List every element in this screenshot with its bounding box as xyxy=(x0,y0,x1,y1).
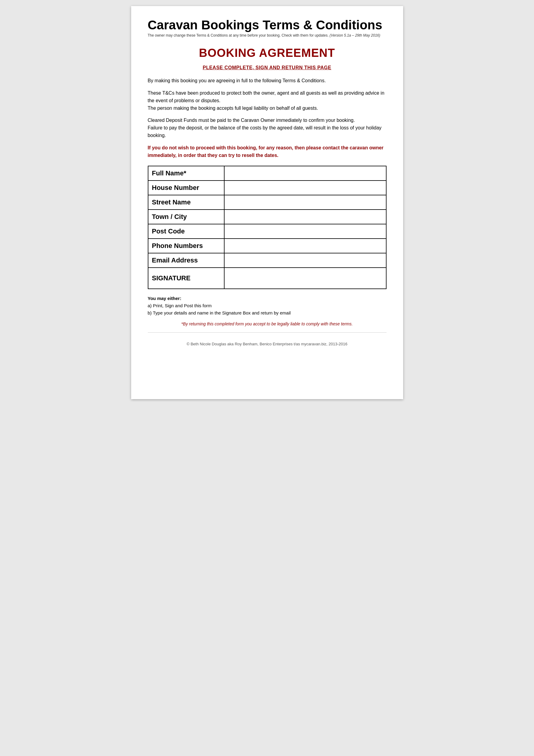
email-address-label: Email Address xyxy=(148,253,224,268)
table-row: Phone Numbers xyxy=(148,239,386,253)
paragraph-1: By making this booking you are agreeing … xyxy=(148,77,387,85)
paragraph-2a: These T&Cs have been produced to protect… xyxy=(148,91,384,103)
instructions-title: You may either: xyxy=(148,296,387,301)
subtitle-text: The owner may change these Terms & Condi… xyxy=(148,33,329,38)
table-row: House Number xyxy=(148,180,386,195)
header: Caravan Bookings Terms & Conditions The … xyxy=(148,18,387,38)
house-number-label: House Number xyxy=(148,180,224,195)
table-row: SIGNATURE xyxy=(148,268,386,289)
table-row: Town / City xyxy=(148,209,386,224)
paragraph-3a: Cleared Deposit Funds must be paid to th… xyxy=(148,118,355,123)
paragraph-3b: Failure to pay the deposit, or the balan… xyxy=(148,125,382,138)
main-title: Caravan Bookings Terms & Conditions xyxy=(148,18,387,32)
town-city-value[interactable] xyxy=(224,209,386,224)
post-code-label: Post Code xyxy=(148,224,224,239)
copyright: © Beth Nicole Douglas aka Roy Benham, Be… xyxy=(148,342,387,346)
paragraph-2: These T&Cs have been produced to protect… xyxy=(148,90,387,112)
signature-value[interactable] xyxy=(224,268,386,289)
full-name-label: Full Name* xyxy=(148,166,224,180)
house-number-value[interactable] xyxy=(224,180,386,195)
warning-text: If you do not wish to proceed with this … xyxy=(148,144,387,159)
subtitle-version: (Version 5.1a – 29th May 2016) xyxy=(330,33,380,38)
table-row: Post Code xyxy=(148,224,386,239)
legal-note: *By returning this completed form you ac… xyxy=(148,321,387,326)
table-row: Email Address xyxy=(148,253,386,268)
please-complete-label: PLEASE COMPLETE, SIGN AND RETURN THIS PA… xyxy=(148,65,387,70)
booking-title: BOOKING AGREEMENT xyxy=(148,46,387,60)
street-name-value[interactable] xyxy=(224,195,386,209)
instruction-item-a: a) Print, Sign and Post this form xyxy=(148,302,387,310)
table-row: Street Name xyxy=(148,195,386,209)
paragraph-3: Cleared Deposit Funds must be paid to th… xyxy=(148,117,387,139)
instructions-section: You may either: a) Print, Sign and Post … xyxy=(148,296,387,317)
full-name-value[interactable] xyxy=(224,166,386,180)
instruction-item-b: b) Type your details and name in the Sig… xyxy=(148,310,387,317)
subtitle: The owner may change these Terms & Condi… xyxy=(148,33,387,38)
table-row: Full Name* xyxy=(148,166,386,180)
town-city-label: Town / City xyxy=(148,209,224,224)
page: Caravan Bookings Terms & Conditions The … xyxy=(131,6,403,399)
post-code-value[interactable] xyxy=(224,224,386,239)
signature-label: SIGNATURE xyxy=(148,268,224,289)
paragraph-2b: The person making the booking accepts fu… xyxy=(148,106,318,111)
divider xyxy=(148,332,387,333)
phone-numbers-value[interactable] xyxy=(224,239,386,253)
booking-form-table: Full Name* House Number Street Name Town… xyxy=(148,166,387,289)
phone-numbers-label: Phone Numbers xyxy=(148,239,224,253)
email-address-value[interactable] xyxy=(224,253,386,268)
street-name-label: Street Name xyxy=(148,195,224,209)
